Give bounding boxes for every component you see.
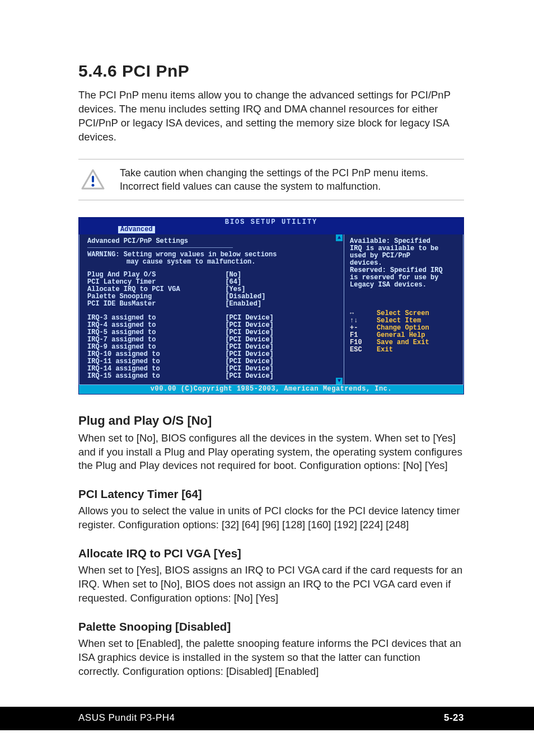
- help-line: Legacy ISA devices.: [350, 281, 457, 289]
- setting-value: [PCI Device]: [225, 358, 273, 365]
- bios-active-tab[interactable]: Advanced: [118, 226, 155, 233]
- setting-value: [PCI Device]: [225, 329, 273, 336]
- divider: [87, 247, 233, 248]
- scroll-down-icon[interactable]: ▼: [336, 378, 343, 384]
- setting-label: IRQ-15 assigned to: [87, 373, 225, 380]
- nav-key: +-: [350, 325, 370, 332]
- subsection-body: When set to [No], BIOS configures all th…: [78, 431, 464, 473]
- nav-key: ↑↓: [350, 317, 370, 325]
- bios-copyright: v00.00 (C)Copyright 1985-2003, American …: [79, 385, 463, 394]
- subsection-body: Allows you to select the value in units …: [78, 504, 464, 532]
- svg-point-1: [92, 184, 95, 187]
- nav-action: Save and Exit: [377, 339, 429, 346]
- svg-rect-0: [92, 176, 94, 182]
- setting-value: [PCI Device]: [225, 365, 273, 373]
- nav-action: Exit: [377, 346, 393, 354]
- bios-setting-row[interactable]: IRQ-9 assigned to[PCI Device]: [87, 344, 338, 351]
- nav-row: ↑↓Select Item: [350, 317, 457, 325]
- nav-key: F1: [350, 332, 370, 339]
- bios-warning-line: may cause system to malfunction.: [87, 259, 338, 266]
- setting-label: IRQ-3 assigned to: [87, 314, 225, 322]
- section-heading: 5.4.6 PCI PnP: [78, 62, 464, 81]
- setting-label: IRQ-10 assigned to: [87, 351, 225, 358]
- bios-title: BIOS SETUP UTILITY: [79, 218, 463, 226]
- bios-setting-row[interactable]: IRQ-10 assigned to[PCI Device]: [87, 351, 338, 358]
- setting-value: [PCI Device]: [225, 336, 273, 344]
- setting-value: [PCI Device]: [225, 344, 273, 351]
- nav-row: ESCExit: [350, 346, 457, 354]
- setting-label: PCI IDE BusMaster: [87, 300, 225, 308]
- subsection-body: When set to [Enabled], the palette snoop…: [78, 637, 464, 679]
- bios-nav-legend: ↔Select Screen ↑↓Select Item +-Change Op…: [350, 310, 457, 354]
- setting-label: IRQ-7 assigned to: [87, 336, 225, 344]
- setting-label: IRQ-9 assigned to: [87, 344, 225, 351]
- bios-settings-group-2: IRQ-3 assigned to[PCI Device] IRQ-4 assi…: [87, 314, 338, 380]
- bios-help-panel: Available: Specified IRQ is available to…: [344, 234, 463, 384]
- bios-panel-header: Advanced PCI/PnP Settings: [87, 238, 338, 245]
- caution-callout: Take caution when changing the settings …: [78, 159, 464, 201]
- nav-row: F10Save and Exit: [350, 339, 457, 346]
- bios-tab-bar: Advanced: [79, 226, 463, 234]
- setting-label: IRQ-4 assigned to: [87, 322, 225, 329]
- setting-value: [PCI Device]: [225, 351, 273, 358]
- bios-main-panel: ▲ Advanced PCI/PnP Settings WARNING: Set…: [79, 234, 344, 384]
- page-footer: ASUS Pundit P3-PH4 5-23: [0, 707, 534, 730]
- footer-page-number: 5-23: [444, 712, 464, 724]
- bios-setting-row[interactable]: IRQ-11 assigned to[PCI Device]: [87, 358, 338, 365]
- bios-setting-row[interactable]: IRQ-5 assigned to[PCI Device]: [87, 329, 338, 336]
- bios-help-text: Available: Specified IRQ is available to…: [350, 238, 457, 289]
- setting-value: [PCI Device]: [225, 322, 273, 329]
- subsection-heading: PCI Latency Timer [64]: [78, 487, 464, 501]
- bios-settings-group-1: Plug And Play O/S[No] PCI Latency Timer[…: [87, 271, 338, 308]
- subsection-heading: Palette Snooping [Disabled]: [78, 620, 464, 633]
- footer-product: ASUS Pundit P3-PH4: [78, 712, 175, 724]
- nav-row: F1General Help: [350, 332, 457, 339]
- setting-label: IRQ-5 assigned to: [87, 329, 225, 336]
- bios-setting-row[interactable]: PCI IDE BusMaster[Enabled]: [87, 300, 338, 308]
- bios-setting-row[interactable]: IRQ-4 assigned to[PCI Device]: [87, 322, 338, 329]
- caution-icon: [81, 168, 105, 191]
- scroll-up-icon[interactable]: ▲: [336, 234, 343, 241]
- bios-setting-row[interactable]: IRQ-15 assigned to[PCI Device]: [87, 373, 338, 380]
- bios-setting-row[interactable]: IRQ-3 assigned to[PCI Device]: [87, 314, 338, 322]
- setting-value: [Enabled]: [225, 300, 261, 308]
- nav-action: Change Option: [377, 325, 429, 332]
- setting-label: IRQ-11 assigned to: [87, 358, 225, 365]
- nav-key: F10: [350, 339, 370, 346]
- subsection-body: When set to [Yes], BIOS assigns an IRQ t…: [78, 564, 464, 605]
- nav-row: +-Change Option: [350, 325, 457, 332]
- setting-value: [PCI Device]: [225, 373, 273, 380]
- bios-screenshot: BIOS SETUP UTILITY Advanced ▲ Advanced P…: [78, 217, 464, 394]
- subsection-heading: Allocate IRQ to PCI VGA [Yes]: [78, 547, 464, 560]
- bios-setting-row[interactable]: IRQ-14 assigned to[PCI Device]: [87, 365, 338, 373]
- bios-setting-row[interactable]: IRQ-7 assigned to[PCI Device]: [87, 336, 338, 344]
- nav-key: ESC: [350, 346, 370, 354]
- nav-action: Select Item: [377, 317, 421, 325]
- caution-text: Take caution when changing the settings …: [120, 166, 462, 194]
- nav-action: General Help: [377, 332, 425, 339]
- subsection-heading: Plug and Play O/S [No]: [78, 414, 464, 428]
- intro-paragraph: The PCI PnP menu items allow you to chan…: [78, 88, 464, 144]
- setting-label: IRQ-14 assigned to: [87, 365, 225, 373]
- setting-value: [PCI Device]: [225, 314, 273, 322]
- bios-warning: WARNING: Setting wrong values in below s…: [87, 251, 338, 266]
